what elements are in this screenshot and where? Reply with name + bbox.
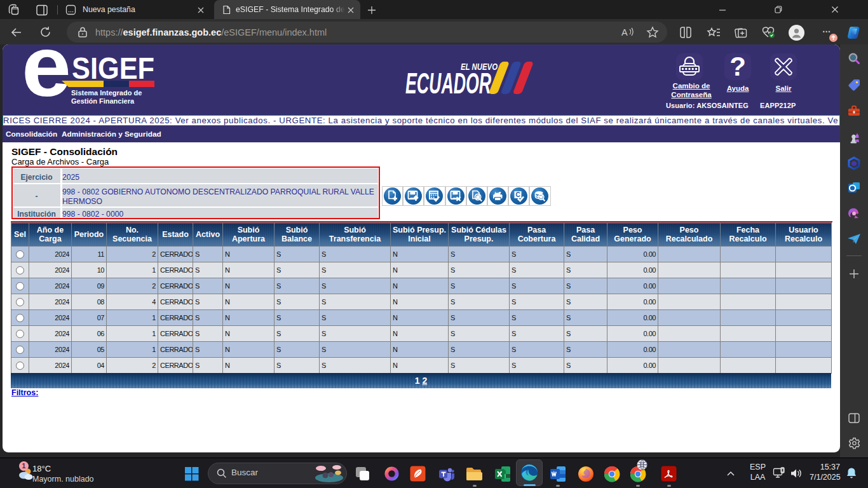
svg-text:A: A [621,27,628,37]
svg-text:ECUADOR: ECUADOR [405,66,491,97]
svg-text:Gestión Financiera: Gestión Financiera [71,97,135,105]
svg-text:Sistema Integrado de: Sistema Integrado de [71,89,142,97]
svg-text:?: ? [729,53,746,81]
svg-text:SIGEF: SIGEF [72,51,154,85]
svg-text:C: C [516,191,520,198]
svg-text:e: e [22,48,71,111]
